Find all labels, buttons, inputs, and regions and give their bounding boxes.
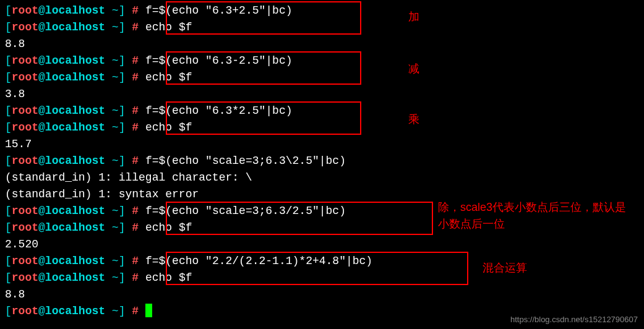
terminal-line: (standard_in) 1: illegal character: \ xyxy=(5,169,639,186)
command-text: f=$(echo "6.3+2.5"|bc) xyxy=(145,4,293,17)
terminal-line: [root@localhost ~] # f=$(echo "6.3-2.5"|… xyxy=(5,53,639,69)
terminal-line: 8.8 xyxy=(5,286,639,303)
command-text: f=$(echo "6.3*2.5"|bc) xyxy=(145,105,293,117)
terminal-line: 15.7 xyxy=(5,136,639,153)
command-text: f=$(echo "scale=3;6.3\2.5"|bc) xyxy=(145,155,346,167)
terminal-line: [root@localhost ~] # echo $f xyxy=(5,19,639,36)
output-text: (standard_in) 1: illegal character: \ xyxy=(5,171,252,184)
terminal-line: 3.8 xyxy=(5,86,639,103)
annotation-label: 混合运算 xyxy=(483,260,527,276)
output-text: 3.8 xyxy=(5,88,25,100)
output-text: 2.520 xyxy=(5,238,38,250)
output-text: 8.8 xyxy=(5,288,25,301)
annotation-label: 减 xyxy=(408,61,419,77)
terminal-output: [root@localhost ~] # f=$(echo "6.3+2.5"|… xyxy=(5,2,639,320)
terminal-line: [root@localhost ~] # f=$(echo "scale=3;6… xyxy=(5,153,639,169)
annotation-label: 乘 xyxy=(408,111,419,128)
output-text: 8.8 xyxy=(5,38,25,50)
command-text: echo $f xyxy=(145,271,192,284)
annotation-label: 加 xyxy=(408,9,419,25)
terminal-line: [root@localhost ~] # echo $f xyxy=(5,119,639,136)
terminal-line: [root@localhost ~] # echo $f xyxy=(5,69,639,86)
terminal-line: [root@localhost ~] # f=$(echo "6.3*2.5"|… xyxy=(5,103,639,119)
terminal-line: 8.8 xyxy=(5,36,639,53)
command-text: echo $f xyxy=(145,221,192,234)
output-text: (standard_in) 1: syntax error xyxy=(5,188,199,200)
cursor[interactable] xyxy=(145,304,152,317)
annotation-label: 除，scale3代表小数点后三位，默认是小数点后一位 xyxy=(438,199,630,233)
command-text: echo $f xyxy=(145,71,192,83)
command-text: echo $f xyxy=(145,121,192,134)
terminal-line: [root@localhost ~] # f=$(echo "6.3+2.5"|… xyxy=(5,2,639,19)
terminal-line: [root@localhost ~] # f=$(echo "2.2/(2.2-… xyxy=(5,253,639,270)
command-text: echo $f xyxy=(145,21,192,33)
watermark: https://blog.csdn.net/s15212790607 xyxy=(510,314,638,326)
terminal-line: 2.520 xyxy=(5,236,639,253)
command-text: f=$(echo "scale=3;6.3/2.5"|bc) xyxy=(145,205,346,217)
output-text: 15.7 xyxy=(5,138,32,150)
terminal-line: [root@localhost ~] # echo $f xyxy=(5,270,639,286)
command-text: f=$(echo "2.2/(2.2-1.1)*2+4.8"|bc) xyxy=(145,255,372,267)
command-text: f=$(echo "6.3-2.5"|bc) xyxy=(145,54,293,67)
